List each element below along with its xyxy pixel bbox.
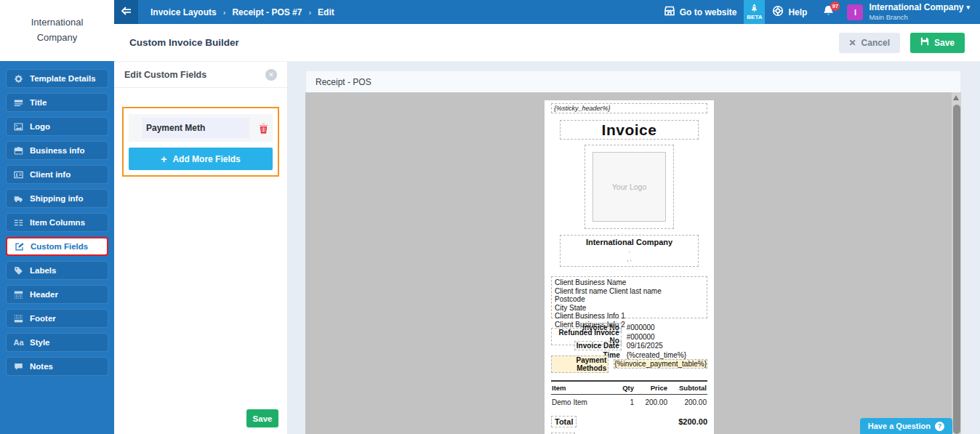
scrollbar-thumb[interactable] [953,105,960,434]
save-button[interactable]: Save [910,33,965,53]
have-a-question-label: Have a Question [868,422,931,430]
preview-scrollbar[interactable] [952,92,961,434]
column-header-qty: Qty [611,381,635,395]
company-logo-line2: Company [37,32,78,43]
breadcrumb-receipt-pos[interactable]: Receipt - POS #7 [232,7,302,17]
close-x-icon: ✕ [849,38,856,48]
business-info-block[interactable]: International Company . , . [560,235,699,267]
id-card-icon [13,169,24,180]
sidebar-item-title[interactable]: Title [6,93,108,112]
meta-value: #000000 [622,324,707,331]
invoice-logo-block[interactable]: Your Logo [585,145,674,229]
lifebuoy-icon [772,5,784,19]
client-line: Client first name Client last name [555,287,704,296]
sidebar-item-item-columns[interactable]: Item Columns [6,213,108,232]
sidebar-item-template-details[interactable]: Template Details [6,69,108,88]
custom-fields-highlight-box: + Add More Fields [122,107,279,177]
invoice-company-address-line: , . [561,255,698,264]
total-label: Total [551,416,577,427]
sidebar-item-labels[interactable]: Labels [6,261,108,280]
footer-grid-icon [13,313,24,324]
meta-value: #000000 [622,333,707,341]
column-header-subtotal: Subtotal [668,381,707,395]
company-logo-text: International Company [0,0,114,61]
meta-row-refunded-invoice-no[interactable]: Refunded Invoice No #000000 [551,333,707,342]
sidebar-item-shipping-info[interactable]: Shipping info [6,189,108,208]
sidebar-item-client-info[interactable]: Client info [6,165,108,184]
meta-label: Invoice Date [574,341,622,350]
invoice-paper: {%sticky_header%} Invoice Your Logo Inte… [545,100,714,434]
close-icon: ✕ [268,71,274,79]
account-menu[interactable]: International Company ▾ Main Branch [869,2,970,22]
edit-custom-fields-panel: Edit Custom Fields ✕ + Add More Fields S… [114,62,288,434]
client-line: Postcode [555,295,704,304]
question-mark-icon: ? [935,422,944,431]
sidebar-item-business-info[interactable]: Business info [6,141,108,160]
cancel-button[interactable]: ✕ Cancel [839,33,900,53]
client-line: City State [555,304,704,313]
invoice-company-name: International Company [561,238,698,246]
have-a-question-button[interactable]: Have a Question ? [860,418,952,434]
page-header: Custom Invoice Builder ✕ Cancel Save [114,24,980,62]
account-company-name: International Company [869,2,963,13]
cell-subtotal: 200.00 [668,394,707,409]
breadcrumb-separator: › [223,8,226,17]
sidebar-item-label: Template Details [30,74,96,83]
sidebar-item-footer[interactable]: Footer [6,309,108,328]
breadcrumb-edit[interactable]: Edit [318,7,334,17]
columns-list-icon [13,217,24,228]
panel-close-button[interactable]: ✕ [265,69,277,81]
collapse-menu-button[interactable] [114,0,138,24]
top-navigation-bar: Invoice Layouts › Receipt - POS #7 › Edi… [114,0,980,24]
sidebar-item-style[interactable]: Aa Style [6,333,108,352]
panel-save-button[interactable]: Save [246,409,278,427]
scroll-up-arrow-icon[interactable] [953,95,959,100]
total-row[interactable]: Total $200.00 [551,416,707,427]
header-actions: ✕ Cancel Save [839,33,965,53]
notifications-button[interactable]: 97 [814,0,843,24]
font-style-icon: Aa [13,337,24,348]
page-title: Custom Invoice Builder [129,37,239,48]
invoice-totals-block: Total $200.00 Paid $0.00 [551,416,707,434]
table-row: Demo Item 1 200.00 200.00 [551,394,707,409]
cancel-button-label: Cancel [861,38,890,48]
meta-value: 09/16/2025 [622,342,707,350]
breadcrumb: Invoice Layouts › Receipt - POS #7 › Edi… [150,7,334,17]
custom-field-name-input[interactable] [142,118,249,138]
help-link[interactable]: Help [765,0,814,24]
meta-row-invoice-date[interactable]: Invoice Date 09/16/2025 [551,342,707,350]
client-line: Client Business Info 1 [555,312,704,321]
briefcase-icon [13,145,24,156]
meta-row-payment-methods[interactable]: Payment Methods {%invoice_payment_table%… [551,360,707,369]
breadcrumb-invoice-layouts[interactable]: Invoice Layouts [150,7,217,17]
invoice-items-table[interactable]: Item Qty Price Subtotal Demo Item 1 200.… [551,380,707,409]
sidebar-item-label: Title [30,98,47,107]
delete-field-button[interactable] [259,123,268,134]
company-logo-line1: International [31,17,84,28]
sidebar-item-header[interactable]: Header [6,285,108,304]
cell-price: 200.00 [635,394,668,409]
beta-badge[interactable]: BETA [744,0,765,24]
sidebar-item-notes[interactable]: Notes [6,357,108,376]
sidebar-item-label: Header [30,290,58,299]
invoice-title-block[interactable]: Invoice [560,120,699,140]
client-info-block[interactable]: Client Business Name Client first name C… [551,276,707,318]
sticky-header-placeholder[interactable]: {%sticky_header%} [551,103,707,113]
sidebar-item-custom-fields[interactable]: Custom Fields [6,237,108,256]
sidebar-item-logo[interactable]: Logo [6,117,108,136]
tag-icon [13,265,24,276]
go-to-website-link[interactable]: Go to website [656,0,744,24]
column-header-item: Item [551,381,611,395]
gear-icon [13,73,24,84]
floppy-disk-icon [920,37,929,48]
sidebar-item-label: Business info [30,146,84,155]
column-header-price: Price [635,381,668,395]
topbar-right-cluster: Go to website BETA Help 97 I Internation… [656,0,980,24]
truck-icon [13,193,24,204]
sidebar-item-label: Logo [30,122,50,131]
help-label: Help [788,7,807,17]
company-avatar[interactable]: I [847,4,863,20]
document-title: Receipt - POS [316,77,371,87]
add-more-fields-button[interactable]: + Add More Fields [129,148,273,170]
beta-label: BETA [747,14,762,20]
